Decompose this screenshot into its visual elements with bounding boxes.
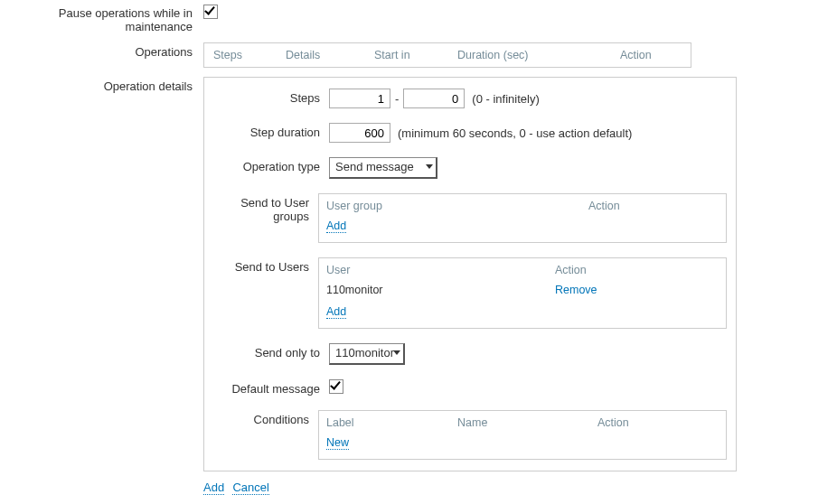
default-message-label: Default message xyxy=(213,379,329,396)
steps-hint: (0 - infinitely) xyxy=(472,92,539,106)
operation-type-select[interactable]: Send message xyxy=(329,157,437,179)
users-row-name: 110monitor xyxy=(326,284,555,296)
user-groups-col-group: User group xyxy=(326,200,588,212)
users-table: User Action 110monitor Remove Add xyxy=(318,257,727,329)
conditions-new-link[interactable]: New xyxy=(326,436,349,450)
user-groups-col-action: Action xyxy=(588,200,620,212)
steps-from-input[interactable] xyxy=(329,89,390,108)
ops-col-startin: Start in xyxy=(374,49,457,61)
ops-col-steps: Steps xyxy=(213,49,286,61)
default-message-checkbox[interactable] xyxy=(329,379,343,394)
step-duration-input[interactable] xyxy=(329,123,390,143)
users-col-action: Action xyxy=(555,264,587,276)
operation-details-panel: Steps - (0 - infinitely) Step duration (… xyxy=(203,77,737,471)
send-user-groups-label: Send to User groups xyxy=(213,193,318,223)
operations-table: Steps Details Start in Duration (sec) Ac… xyxy=(203,42,691,68)
step-duration-hint: (minimum 60 seconds, 0 - use action defa… xyxy=(398,126,632,140)
users-col-user: User xyxy=(326,264,555,276)
users-row: 110monitor Remove xyxy=(326,284,719,296)
send-users-label: Send to Users xyxy=(213,257,318,274)
conditions-col-action: Action xyxy=(597,416,629,429)
ops-col-action: Action xyxy=(620,49,652,61)
user-groups-table: User group Action Add xyxy=(318,193,727,243)
conditions-label: Conditions xyxy=(213,410,318,426)
ops-col-details: Details xyxy=(286,49,374,61)
send-only-to-select[interactable]: 110monitor xyxy=(329,343,405,365)
chevron-down-icon xyxy=(393,350,400,355)
pause-operations-checkbox[interactable] xyxy=(203,5,218,19)
send-only-to-label: Send only to xyxy=(213,343,329,359)
user-groups-add-link[interactable]: Add xyxy=(326,219,346,233)
inline-cancel-link[interactable]: Cancel xyxy=(232,481,268,495)
operation-details-label: Operation details xyxy=(4,77,203,93)
ops-col-duration: Duration (sec) xyxy=(457,49,620,61)
steps-to-input[interactable] xyxy=(403,89,465,108)
steps-label: Steps xyxy=(213,89,329,105)
operation-type-value: Send message xyxy=(335,160,414,173)
operations-label: Operations xyxy=(4,42,203,59)
conditions-col-name: Name xyxy=(457,416,597,429)
conditions-col-label: Label xyxy=(326,416,457,429)
operation-type-label: Operation type xyxy=(213,157,329,173)
users-add-link[interactable]: Add xyxy=(326,305,346,319)
inline-add-link[interactable]: Add xyxy=(203,481,224,495)
conditions-table: Label Name Action New xyxy=(318,410,727,460)
send-only-to-value: 110monitor xyxy=(335,346,394,359)
steps-dash: - xyxy=(395,92,399,106)
chevron-down-icon xyxy=(426,164,433,169)
pause-operations-label: Pause operations while in maintenance xyxy=(4,4,203,33)
step-duration-label: Step duration xyxy=(213,123,329,139)
users-row-remove-link[interactable]: Remove xyxy=(555,284,597,296)
